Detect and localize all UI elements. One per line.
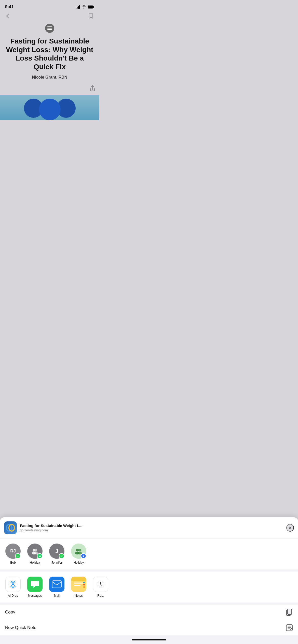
svg-rect-6 [47, 26, 52, 27]
article-area: Fasting for Sustainable Weight Loss: Why… [0, 24, 99, 80]
article-title: Fasting for Sustainable Weight Loss: Why… [5, 37, 94, 71]
wifi-icon [82, 5, 86, 9]
signal-icon [76, 5, 80, 9]
svg-rect-1 [77, 7, 78, 9]
svg-rect-2 [78, 6, 79, 9]
status-icons [76, 5, 94, 9]
article-author: Nicole Grant, RDN [5, 75, 94, 80]
menu-icon [47, 26, 52, 30]
svg-rect-5 [88, 6, 93, 8]
svg-rect-8 [47, 29, 52, 30]
status-time: 9:41 [5, 4, 14, 9]
bookmark-button[interactable] [88, 12, 94, 21]
article-image-area [0, 95, 99, 120]
back-button[interactable] [5, 12, 10, 20]
svg-rect-0 [76, 8, 76, 9]
svg-rect-7 [47, 28, 52, 29]
battery-icon [88, 5, 94, 9]
status-bar: 9:41 [0, 0, 99, 12]
article-share-button[interactable] [90, 85, 95, 92]
svg-rect-3 [79, 5, 80, 9]
